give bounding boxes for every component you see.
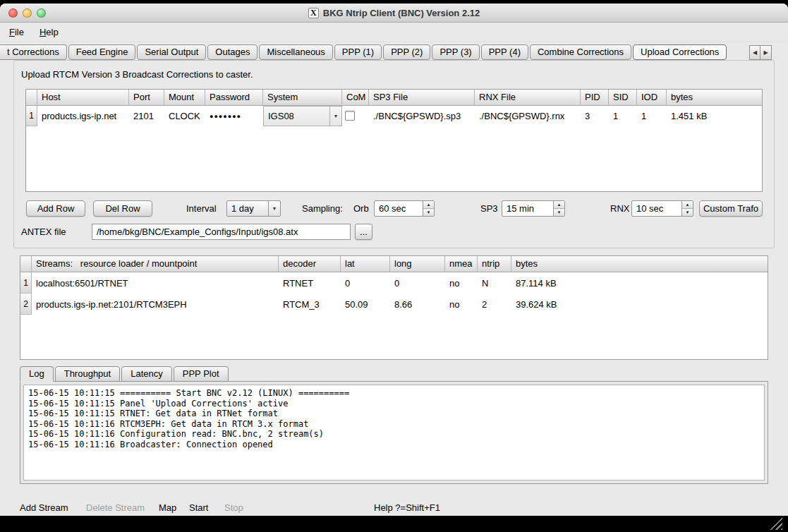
bnc-window: X BKG Ntrip Client (BNC) Version 2.12 Fi… bbox=[0, 4, 788, 516]
upload-cell-host[interactable]: products.igs-ip.net bbox=[37, 106, 129, 126]
spin-up-icon[interactable]: ▲ bbox=[682, 201, 693, 209]
streams-header-decoder: decoder bbox=[279, 256, 341, 272]
upload-cell-iod[interactable]: 1 bbox=[637, 106, 667, 126]
spin-up-icon[interactable]: ▲ bbox=[423, 201, 434, 209]
menu-file[interactable]: File bbox=[9, 27, 24, 37]
upload-cell-rnx-file[interactable]: ./BNC${GPSWD}.rnx bbox=[475, 106, 581, 126]
stream-ntrip: 2 bbox=[478, 294, 511, 315]
upload-header-system: System bbox=[263, 90, 342, 106]
rnx-spinbox-value: 10 sec bbox=[632, 201, 681, 216]
interval-combobox-value: 1 day bbox=[227, 201, 268, 216]
upload-cell-com bbox=[342, 106, 369, 126]
tab-ppp-3[interactable]: PPP (3) bbox=[432, 44, 479, 60]
system-combobox[interactable]: IGS08 ▼ bbox=[263, 106, 342, 126]
upload-header-pid: PID bbox=[581, 90, 609, 106]
upload-cell-bytes: 1.451 kB bbox=[667, 106, 762, 126]
stream-long: 0 bbox=[390, 272, 445, 294]
tab-ppp-1[interactable]: PPP (1) bbox=[334, 44, 382, 60]
stream-mountpoint: localhost:6501/RTNET bbox=[32, 272, 279, 294]
stream-nmea: no bbox=[445, 294, 478, 315]
tab-outages[interactable]: Outages bbox=[207, 44, 257, 60]
menu-help[interactable]: Help bbox=[40, 27, 59, 37]
spin-down-icon[interactable]: ▼ bbox=[554, 209, 564, 216]
custom-trafo-button[interactable]: Custom Trafo bbox=[699, 200, 763, 217]
upload-header-mount: Mount bbox=[164, 90, 205, 106]
orb-spinbox-value: 60 sec bbox=[375, 201, 423, 216]
stream-ntrip: N bbox=[478, 272, 511, 294]
chevron-down-icon[interactable]: ▼ bbox=[268, 201, 280, 216]
stream-lat: 0 bbox=[341, 272, 390, 294]
chevron-down-icon[interactable]: ▼ bbox=[329, 107, 341, 126]
stream-lat: 50.09 bbox=[341, 294, 390, 315]
sp3-spinbox[interactable]: 15 min ▲ ▼ bbox=[502, 200, 565, 217]
streams-table: Streams: resource loader / mountpoint de… bbox=[20, 255, 768, 360]
pane-description: Upload RTCM Version 3 Broadcast Correcti… bbox=[21, 69, 253, 80]
tab-scroll-buttons: ◀ ▶ bbox=[749, 45, 772, 60]
sp3-spin-buttons: ▲ ▼ bbox=[553, 201, 564, 216]
stop-button[interactable]: Stop bbox=[224, 502, 243, 513]
del-row-button[interactable]: Del Row bbox=[93, 200, 152, 217]
streams-header-mountpoint: Streams: resource loader / mountpoint bbox=[32, 256, 279, 272]
streams-header-bytes: bytes bbox=[511, 256, 768, 272]
sp3-label: SP3 bbox=[480, 203, 498, 214]
stream-bytes: 87.114 kB bbox=[511, 272, 768, 294]
add-row-button[interactable]: Add Row bbox=[26, 200, 85, 217]
orb-spin-buttons: ▲ ▼ bbox=[423, 201, 434, 216]
upload-cell-port[interactable]: 2101 bbox=[129, 106, 164, 126]
stream-decoder: RTNET bbox=[279, 272, 341, 294]
tab-scroll-right-icon[interactable]: ▶ bbox=[760, 45, 772, 60]
upload-cell-sid[interactable]: 1 bbox=[609, 106, 637, 126]
upload-header-corner bbox=[26, 90, 37, 106]
log-output[interactable]: 15-06-15 10:11:15 ========== Start BNC v… bbox=[23, 385, 765, 480]
bottom-tab-bar: Log Throughput Latency PPP Plot bbox=[20, 366, 229, 382]
antex-browse-button[interactable]: ... bbox=[355, 224, 372, 240]
tab-latency[interactable]: Latency bbox=[121, 366, 172, 382]
resize-grip[interactable] bbox=[768, 516, 782, 530]
tab-ppp-plot[interactable]: PPP Plot bbox=[174, 366, 229, 382]
stream-mountpoint: products.igs-ip.net:2101/RTCM3EPH bbox=[32, 294, 279, 315]
upload-row-number: 1 bbox=[26, 106, 37, 126]
tab-feed-engine[interactable]: Feed Engine bbox=[68, 44, 136, 60]
upload-cell-password[interactable]: ●●●●●●● bbox=[205, 106, 263, 126]
upload-header-password: Password bbox=[205, 90, 263, 106]
tab-broadcast-corrections[interactable]: t Corrections bbox=[0, 44, 67, 60]
upload-header-com: CoM bbox=[342, 90, 369, 106]
upload-header-sid: SID bbox=[609, 90, 637, 106]
stream-long: 8.66 bbox=[390, 294, 445, 315]
tab-throughput[interactable]: Throughput bbox=[55, 366, 121, 382]
interval-combobox[interactable]: 1 day ▼ bbox=[226, 200, 281, 217]
start-button[interactable]: Start bbox=[189, 502, 208, 513]
upload-header-port: Port bbox=[129, 90, 164, 106]
upload-header-bytes: bytes bbox=[667, 90, 762, 106]
spin-down-icon[interactable]: ▼ bbox=[682, 209, 693, 216]
rnx-spinbox[interactable]: 10 sec ▲ ▼ bbox=[631, 200, 693, 217]
tab-ppp-4[interactable]: PPP (4) bbox=[481, 44, 528, 60]
tab-miscellaneous[interactable]: Miscellaneous bbox=[259, 44, 332, 60]
tab-combine-corrections[interactable]: Combine Corrections bbox=[530, 44, 631, 60]
tab-ppp-2[interactable]: PPP (2) bbox=[383, 44, 430, 60]
com-checkbox[interactable] bbox=[345, 111, 355, 121]
upload-header-sp3-file: SP3 File bbox=[369, 90, 475, 106]
upload-cell-pid[interactable]: 3 bbox=[581, 106, 609, 126]
spin-down-icon[interactable]: ▼ bbox=[423, 209, 434, 216]
upload-cell-sp3-file[interactable]: ./BNC${GPSWD}.sp3 bbox=[369, 106, 475, 126]
log-line: 15-06-15 10:11:15 RTNET: Get data in RTN… bbox=[28, 409, 760, 419]
orb-spinbox[interactable]: 60 sec ▲ ▼ bbox=[374, 200, 435, 217]
tab-log[interactable]: Log bbox=[20, 366, 54, 382]
tab-serial-output[interactable]: Serial Output bbox=[137, 44, 206, 60]
antex-file-input[interactable]: /home/bkg/BNC/Example_Configs/Input/igs0… bbox=[92, 224, 351, 240]
log-line: 15-06-15 10:11:16 Broadcaster: Connectio… bbox=[28, 440, 760, 450]
stream-decoder: RTCM_3 bbox=[279, 294, 341, 315]
streams-header-nmea: nmea bbox=[445, 256, 478, 272]
tab-upload-corrections[interactable]: Upload Corrections bbox=[633, 44, 727, 60]
tab-scroll-left-icon[interactable]: ◀ bbox=[749, 45, 760, 60]
title-bar[interactable]: X BKG Ntrip Client (BNC) Version 2.12 bbox=[0, 4, 788, 23]
map-button[interactable]: Map bbox=[159, 502, 176, 513]
stream-bytes: 39.624 kB bbox=[511, 294, 768, 315]
delete-stream-button[interactable]: Delete Stream bbox=[86, 502, 145, 513]
upload-cell-mount[interactable]: CLOCK bbox=[164, 106, 205, 126]
add-stream-button[interactable]: Add Stream bbox=[20, 502, 68, 513]
antex-file-label: ANTEX file bbox=[21, 226, 66, 237]
spin-up-icon[interactable]: ▲ bbox=[554, 201, 564, 209]
log-line: 15-06-15 10:11:15 ========== Start BNC v… bbox=[28, 388, 760, 399]
